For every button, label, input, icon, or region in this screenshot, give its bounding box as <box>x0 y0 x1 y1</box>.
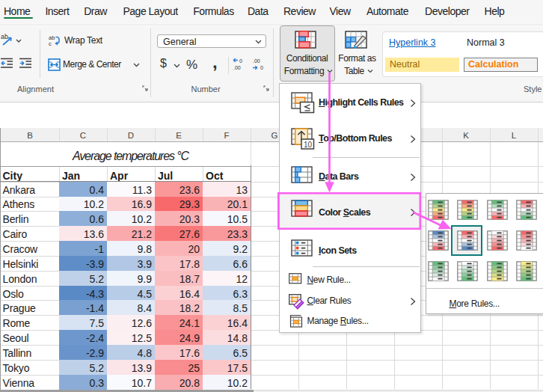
svg-text:0: 0 <box>260 65 263 70</box>
svg-text:ab: ab <box>1 33 8 40</box>
svg-text:.00: .00 <box>253 58 260 64</box>
svg-text:0: 0 <box>239 58 242 64</box>
svg-text:c: c <box>49 40 52 47</box>
svg-text:.00: .00 <box>233 65 241 70</box>
svg-text:10: 10 <box>304 141 313 149</box>
